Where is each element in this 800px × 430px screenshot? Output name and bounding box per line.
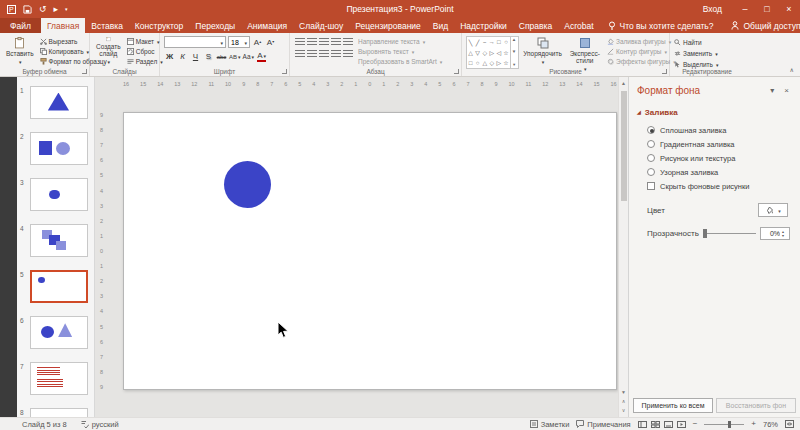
slideshow-view-button[interactable] [677, 421, 686, 428]
reset-button[interactable]: Сброс [127, 47, 163, 55]
shape-gallery-item[interactable]: ▽ [475, 49, 480, 56]
close-button[interactable]: × [778, 0, 800, 18]
tab-Главная[interactable]: Главная [41, 18, 85, 33]
align-text-button[interactable]: Выровнять текст [358, 47, 442, 55]
shape-gallery-item[interactable]: ◇ [489, 59, 494, 66]
increase-font-size-button[interactable]: А▴ [252, 37, 263, 48]
tab-Переходы[interactable]: Переходы [189, 18, 241, 33]
start-from-beginning-button[interactable]: ▸ [54, 5, 59, 14]
indent-decrease-icon[interactable] [319, 38, 329, 46]
shape-gallery-item[interactable]: ○ [504, 39, 508, 45]
shape-gallery-item[interactable]: → [489, 39, 495, 45]
gallery-more-icon[interactable]: ▾ [513, 63, 515, 68]
tab-Acrobat[interactable]: Acrobat [558, 18, 599, 33]
align-left-icon[interactable] [295, 50, 305, 58]
tab-Вставка[interactable]: Вставка [85, 18, 129, 33]
slide-thumbnail[interactable] [30, 408, 88, 417]
shape-fill-button[interactable]: Заливка фигуры [607, 37, 665, 45]
font-dialog-launcher-icon[interactable] [282, 69, 287, 74]
strikethrough-button[interactable]: abc [216, 51, 227, 62]
shape-gallery-item[interactable]: □ [469, 60, 473, 66]
undo-button[interactable]: ↺ [39, 5, 47, 14]
clipboard-dialog-launcher-icon[interactable] [82, 69, 87, 74]
transparency-slider-thumb[interactable] [703, 229, 707, 238]
slide-thumbnail[interactable] [30, 132, 88, 165]
slide-thumbnail[interactable] [30, 316, 88, 349]
align-right-icon[interactable] [319, 50, 329, 58]
language-button[interactable]: русский [81, 420, 119, 429]
new-slide-button[interactable]: Создать слайд [94, 36, 123, 66]
current-slide[interactable] [123, 112, 617, 390]
tab-Анимация[interactable]: Анимация [241, 18, 293, 33]
tab-Слайд-шоу[interactable]: Слайд-шоу [293, 18, 349, 33]
slide-thumbnail[interactable] [30, 270, 88, 303]
change-case-button[interactable]: Аа [243, 51, 255, 62]
shape-gallery-item[interactable]: ╱ [476, 39, 480, 46]
spin-down-icon[interactable]: ▾ [782, 234, 784, 238]
shape-gallery-item[interactable]: ▷ [489, 49, 494, 56]
numbering-icon[interactable] [307, 38, 317, 46]
slide-sorter-view-button[interactable] [651, 421, 660, 428]
shape-gallery-item[interactable]: ╲ [469, 39, 473, 46]
font-size-combo[interactable] [228, 36, 250, 48]
indent-increase-icon[interactable] [331, 38, 341, 46]
save-button[interactable] [23, 5, 32, 14]
slide-thumbnail[interactable] [30, 178, 88, 211]
notes-button[interactable]: Заметки [530, 420, 570, 429]
radio-icon[interactable] [647, 168, 655, 176]
shape-outline-button[interactable]: Контур фигуры [607, 47, 665, 55]
text-direction-button[interactable]: Направление текста [358, 37, 442, 45]
pane-options-icon[interactable]: ▾ [767, 87, 777, 95]
decrease-font-size-button[interactable]: А▾ [265, 37, 276, 48]
paste-button[interactable]: Вставить [4, 36, 36, 66]
convert-smartart-button[interactable]: Преобразовать в SmartArt [358, 58, 442, 66]
fill-option-row[interactable]: Узорная заливка [629, 165, 800, 179]
shapes-gallery-scrollbar[interactable]: ▲ ▼ ▾ [510, 37, 518, 68]
previous-slide-button[interactable]: ∧ [622, 397, 626, 406]
zoom-slider[interactable] [704, 424, 744, 425]
apply-to-all-button[interactable]: Применить ко всем [633, 398, 713, 413]
find-button[interactable]: Найти [674, 38, 740, 47]
transparency-input[interactable] [762, 230, 780, 237]
font-size-input[interactable] [231, 39, 243, 46]
transparency-slider[interactable] [703, 233, 756, 234]
section-button[interactable]: Раздел [127, 58, 163, 66]
font-color-button[interactable]: А [256, 51, 267, 62]
radio-icon[interactable] [647, 126, 655, 134]
character-spacing-button[interactable]: АВ [229, 51, 241, 62]
align-center-icon[interactable] [307, 50, 317, 58]
checkbox-icon[interactable] [647, 182, 655, 190]
shape-gallery-item[interactable]: ☆ [503, 59, 508, 66]
columns-icon[interactable] [343, 50, 353, 58]
scroll-down-icon[interactable]: ▼ [621, 388, 626, 397]
next-slide-button[interactable]: ∨ [622, 406, 626, 415]
tab-Рецензирование[interactable]: Рецензирование [349, 18, 427, 33]
tab-Справка[interactable]: Справка [513, 18, 558, 33]
comments-button[interactable]: Примечания [576, 420, 630, 429]
text-shadow-button[interactable]: S [203, 51, 214, 62]
justify-icon[interactable] [331, 50, 341, 58]
layout-button[interactable]: Макет [127, 37, 163, 45]
underline-button[interactable]: Ч [190, 51, 201, 62]
fit-slide-button[interactable] [785, 420, 794, 428]
shape-gallery-item[interactable]: △ [482, 59, 487, 66]
replace-button[interactable]: Заменить [674, 49, 740, 58]
collapse-ribbon-button[interactable]: ∧ [790, 67, 794, 73]
drawing-dialog-launcher-icon[interactable] [662, 69, 667, 74]
sign-in-button[interactable]: Вход [691, 4, 734, 14]
gallery-scroll-down-icon[interactable]: ▼ [512, 50, 516, 55]
shape-gallery-item[interactable]: ☆ [503, 49, 508, 56]
fill-color-button[interactable] [758, 203, 788, 217]
pane-close-icon[interactable]: × [781, 87, 792, 95]
transparency-spinner[interactable]: ▴▾ [760, 227, 790, 240]
fill-option-row[interactable]: Рисунок или текстура [629, 151, 800, 165]
font-name-combo[interactable] [164, 36, 226, 48]
arrange-button[interactable]: Упорядочить [523, 36, 563, 66]
shape-effects-button[interactable]: Эффекты фигуры [607, 58, 665, 66]
slide-shape-circle[interactable] [224, 161, 271, 208]
fill-option-row[interactable]: Сплошная заливка [629, 123, 800, 137]
normal-view-button[interactable] [638, 421, 647, 428]
bold-button[interactable]: Ж [164, 51, 175, 62]
minimize-button[interactable]: – [734, 0, 756, 18]
reset-background-button[interactable]: Восстановить фон [716, 398, 796, 413]
